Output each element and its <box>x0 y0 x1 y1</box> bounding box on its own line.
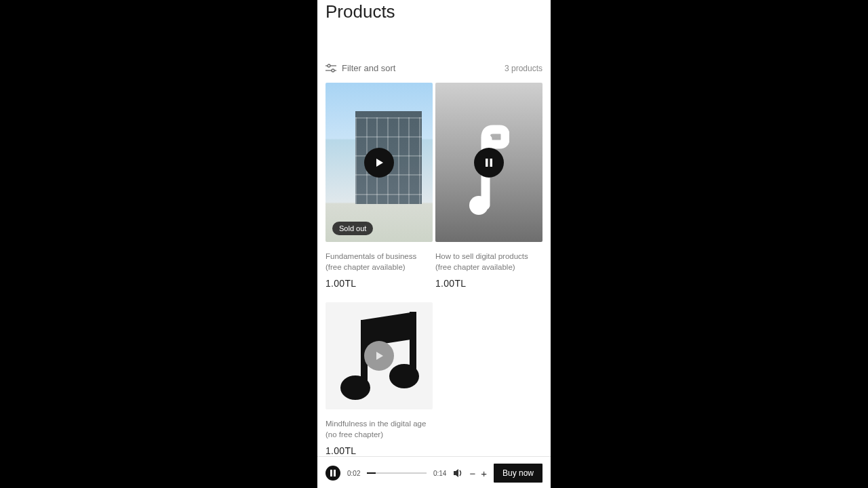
seek-fill <box>367 472 375 474</box>
product-thumbnail[interactable] <box>326 302 433 409</box>
pause-button[interactable] <box>474 148 504 178</box>
svg-point-5 <box>469 196 488 215</box>
play-button[interactable] <box>364 341 394 371</box>
svg-point-3 <box>332 69 334 72</box>
sold-out-badge: Sold out <box>332 222 373 235</box>
svg-point-10 <box>340 375 370 400</box>
duration: 0:14 <box>433 470 446 477</box>
product-thumbnail[interactable] <box>435 83 542 242</box>
page-title: Products <box>317 1 551 28</box>
seek-bar[interactable] <box>367 472 427 474</box>
product-card[interactable]: Mindfulness in the digital age (no free … <box>326 302 433 456</box>
sliders-icon <box>326 64 336 73</box>
product-price: 1.00TL <box>435 278 542 289</box>
svg-rect-14 <box>334 470 336 476</box>
product-price: 1.00TL <box>326 445 433 456</box>
play-icon <box>374 157 384 168</box>
current-time: 0:02 <box>347 470 360 477</box>
product-title[interactable]: How to sell digital products (free chapt… <box>435 251 542 272</box>
pause-icon <box>330 470 336 476</box>
product-title[interactable]: Mindfulness in the digital age (no free … <box>326 419 433 440</box>
toolbar: Filter and sort 3 products <box>317 63 551 73</box>
player-pause-button[interactable] <box>326 466 340 481</box>
product-card[interactable]: Sold out Fundamentals of business (free … <box>326 83 433 289</box>
buy-now-button[interactable]: Buy now <box>494 464 542 483</box>
filter-sort-label: Filter and sort <box>342 63 395 73</box>
play-icon <box>374 350 384 361</box>
svg-point-11 <box>389 364 419 388</box>
player-controls: 0:02 0:14 − + Buy now <box>326 464 542 483</box>
filter-sort-button[interactable]: Filter and sort <box>326 63 395 73</box>
audio-player: 0:02 0:14 − + Buy now How to sell digita… <box>317 456 551 488</box>
svg-marker-4 <box>376 159 383 167</box>
svg-point-1 <box>328 64 330 67</box>
app-viewport: Products Filter and sort 3 products Sold… <box>317 0 551 488</box>
svg-marker-12 <box>376 352 383 360</box>
svg-rect-6 <box>486 159 488 167</box>
product-title[interactable]: Fundamentals of business (free chapter a… <box>326 251 433 272</box>
product-thumbnail[interactable]: Sold out <box>326 83 433 242</box>
volume-controls: − + <box>453 468 487 479</box>
speaker-icon[interactable] <box>453 468 464 478</box>
svg-rect-7 <box>490 159 493 167</box>
play-button[interactable] <box>364 148 394 178</box>
product-count: 3 products <box>505 64 542 73</box>
product-card[interactable]: How to sell digital products (free chapt… <box>435 83 542 289</box>
volume-up-button[interactable]: + <box>481 468 487 479</box>
svg-marker-15 <box>454 469 458 477</box>
svg-rect-13 <box>330 470 332 476</box>
product-grid: Sold out Fundamentals of business (free … <box>317 83 551 456</box>
pause-icon <box>484 158 494 167</box>
volume-down-button[interactable]: − <box>469 468 475 479</box>
product-price: 1.00TL <box>326 278 433 289</box>
